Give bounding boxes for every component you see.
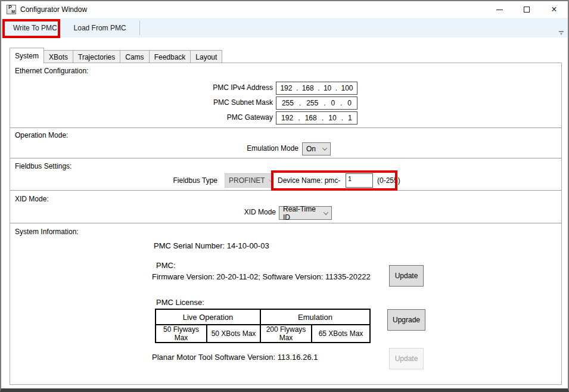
ipv4-address-field[interactable]: 192.168.10.100 (276, 82, 357, 95)
gateway-field[interactable]: 192.168.10.1 (276, 111, 357, 125)
pmc-serial-number: PMC Serial Number: 14-10-00-03 (154, 241, 269, 250)
ip-dot: . (298, 114, 300, 122)
title-bar: P M Configurator Window × (1, 1, 568, 18)
toolbar-overflow-arrow-icon: ▾ (558, 32, 564, 36)
ip-dot: . (335, 84, 337, 92)
license-live-xbots: 50 XBots Max (207, 325, 260, 343)
window-controls: × (486, 1, 568, 18)
device-name-label: Device Name: pmc- (278, 176, 340, 185)
tab-cams[interactable]: Cams (120, 50, 149, 63)
close-button[interactable]: × (540, 1, 568, 18)
section-divider (10, 127, 561, 128)
minimize-icon (496, 10, 503, 10)
window-title: Configurator Window (20, 5, 87, 14)
chevron-down-icon (322, 145, 327, 150)
ip-dot: . (296, 84, 298, 92)
operation-mode-section-label: Operation Mode: (15, 131, 68, 139)
xid-mode-label: XID Mode (10, 208, 276, 216)
toolbar: Write To PMC Load From PMC ▾ (1, 18, 568, 38)
ethernet-section-label: Ethernet Configuration: (15, 67, 88, 75)
ip-dot: . (322, 114, 324, 122)
gateway-octet-1: 192 (281, 114, 293, 122)
pmc-heading: PMC: (156, 261, 176, 270)
subnet-mask-field[interactable]: 255.255.0.0 (276, 97, 357, 110)
tab-feedback[interactable]: Feedback (149, 50, 191, 63)
fieldbus-section-label: Fieldbus Settings: (15, 162, 71, 170)
subnet-octet-1: 255 (282, 99, 294, 107)
fieldbus-type-label: Fieldbus Type (10, 176, 217, 185)
toolbar-separator (139, 21, 140, 35)
load-from-pmc-button[interactable]: Load From PMC (66, 20, 135, 36)
license-header-emulation: Emulation (260, 309, 370, 325)
pmc-update-button[interactable]: Update (389, 265, 424, 287)
license-live-flyways: 50 Flyways Max (156, 325, 207, 343)
xid-mode-value: Real-Time ID (283, 205, 320, 222)
xid-section-label: XID Mode: (15, 195, 49, 203)
emulation-mode-dropdown[interactable]: On (302, 142, 331, 155)
section-divider (10, 223, 561, 223)
tab-strip: System XBots Trajectories Cams Feedback … (10, 48, 222, 63)
license-header-live-operation: Live Operation (156, 309, 260, 325)
ipv4-octet-4: 100 (341, 84, 353, 92)
ip-dot: . (341, 114, 343, 122)
toolbar-overflow-button[interactable]: ▾ (558, 31, 564, 36)
fieldbus-type-value: PROFINET (229, 176, 265, 185)
gateway-octet-2: 168 (305, 114, 317, 122)
ipv4-octet-2: 168 (302, 84, 314, 92)
gateway-octet-4: 1 (348, 114, 352, 122)
maximize-button[interactable] (513, 1, 540, 18)
section-divider (10, 158, 561, 158)
subnet-octet-3: 0 (331, 99, 335, 107)
ipv4-address-label: PMC IPv4 Address (10, 83, 273, 92)
chevron-down-icon (324, 210, 328, 214)
subnet-octet-2: 255 (306, 99, 318, 107)
app-icon-letter-m: M (11, 10, 15, 14)
license-upgrade-button[interactable]: Upgrade (387, 309, 425, 331)
ipv4-octet-3: 10 (324, 84, 331, 92)
license-emulation-xbots: 65 XBots Max (312, 325, 370, 343)
pmc-license-table: Live Operation Emulation 50 Flyways Max … (155, 309, 371, 343)
emulation-mode-value: On (306, 145, 316, 153)
ip-dot: . (318, 84, 319, 92)
gateway-octet-3: 10 (328, 114, 336, 122)
tab-system[interactable]: System (10, 48, 44, 63)
xid-mode-dropdown[interactable]: Real-Time ID (279, 206, 332, 220)
emulation-mode-label: Emulation Mode (10, 144, 299, 153)
section-divider (10, 190, 561, 191)
tab-xbots[interactable]: XBots (43, 50, 73, 63)
device-name-input[interactable] (346, 173, 373, 188)
configurator-window: P M Configurator Window × Write To PMC L… (0, 0, 569, 392)
planar-motor-app-icon: P M (7, 5, 16, 14)
pmc-license-heading: PMC License: (156, 298, 204, 307)
pmc-versions: Firmware Version: 20-20-11-02; Software … (152, 272, 371, 281)
chevron-down-icon (268, 177, 273, 182)
ipv4-octet-1: 192 (280, 84, 292, 92)
minimize-button[interactable] (486, 1, 513, 18)
device-name-range-hint: (0-255) (377, 176, 400, 185)
license-header-row: Live Operation Emulation (156, 309, 370, 325)
ip-dot: . (340, 99, 342, 107)
gateway-label: PMC Gateway (10, 113, 273, 122)
license-emulation-flyways: 200 Flyways Max (260, 325, 312, 343)
tab-trajectories[interactable]: Trajectories (73, 50, 120, 63)
tab-layout[interactable]: Layout (190, 50, 222, 63)
subnet-mask-label: PMC Subnet Mask (10, 98, 273, 107)
license-values-row: 50 Flyways Max 50 XBots Max 200 Flyways … (156, 325, 370, 343)
close-icon: × (551, 5, 556, 14)
write-to-pmc-button[interactable]: Write To PMC (5, 20, 66, 36)
tool-software-version: Planar Motor Tool Software Version: 113.… (152, 353, 318, 362)
ip-dot: . (324, 99, 325, 107)
ip-dot: . (299, 99, 301, 107)
system-tab-panel: Ethernet Configuration: PMC IPv4 Address… (10, 63, 562, 385)
fieldbus-type-dropdown[interactable]: PROFINET (225, 173, 273, 188)
subnet-octet-4: 0 (347, 99, 352, 107)
maximize-icon (524, 7, 530, 13)
system-info-section-label: System Information: (15, 228, 79, 236)
tool-update-button[interactable]: Update (389, 348, 424, 369)
